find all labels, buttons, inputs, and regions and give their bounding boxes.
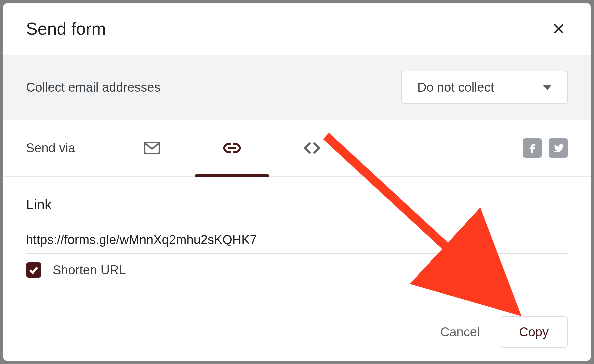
tab-email[interactable] <box>112 120 192 176</box>
shorten-url-checkbox[interactable] <box>26 262 41 278</box>
link-icon <box>223 139 241 157</box>
cancel-button[interactable]: Cancel <box>437 318 483 346</box>
send-via-label: Send via <box>26 141 75 155</box>
twitter-icon <box>552 142 564 154</box>
shorten-url-row: Shorten URL <box>26 262 568 278</box>
send-form-dialog: Send form Collect email addresses Do not… <box>3 3 591 361</box>
close-icon <box>552 22 565 35</box>
embed-code-icon <box>303 139 321 157</box>
shorten-url-label: Shorten URL <box>53 263 126 277</box>
checkmark-icon <box>28 265 39 275</box>
send-via-row: Send via <box>3 120 591 177</box>
dialog-title: Send form <box>26 19 106 39</box>
collect-email-select[interactable]: Do not collect <box>401 71 568 104</box>
collect-email-label: Collect email addresses <box>26 80 160 95</box>
caret-down-icon <box>543 85 552 90</box>
share-twitter-button[interactable] <box>549 138 568 158</box>
link-heading: Link <box>26 197 568 213</box>
dialog-footer: Cancel Copy <box>437 316 568 348</box>
close-button[interactable] <box>549 19 568 38</box>
link-url-field[interactable]: https://forms.gle/wMnnXq2mhu2sKQHK7 <box>26 233 568 254</box>
tab-link[interactable] <box>192 120 272 176</box>
dialog-header: Send form <box>3 3 591 55</box>
collect-email-row: Collect email addresses Do not collect <box>3 55 591 120</box>
link-section: Link https://forms.gle/wMnnXq2mhu2sKQHK7… <box>3 177 591 278</box>
send-via-tabs <box>112 120 352 176</box>
email-icon <box>143 139 161 157</box>
social-share <box>523 138 568 158</box>
facebook-icon <box>526 142 538 154</box>
copy-button[interactable]: Copy <box>500 316 568 348</box>
share-facebook-button[interactable] <box>523 138 542 158</box>
tab-embed[interactable] <box>272 120 352 176</box>
collect-email-selected-value: Do not collect <box>417 80 494 95</box>
